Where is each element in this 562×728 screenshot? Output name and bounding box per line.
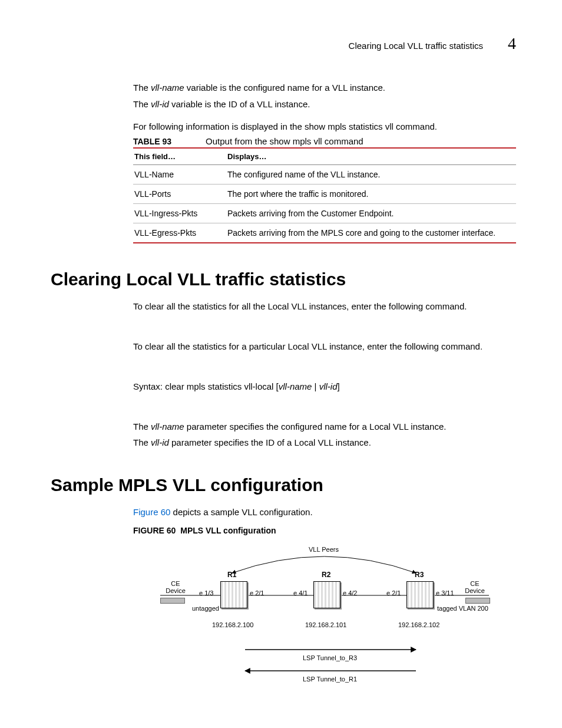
variable-vll-name: vll-name [151, 83, 184, 93]
label-e13: e 1/3 [199, 589, 213, 597]
cell-field: VLL-Ingress-Pkts [133, 204, 226, 223]
label-ip2: 192.168.2.101 [305, 621, 346, 628]
table-row: VLL-Name The configured name of the VLL … [133, 165, 516, 185]
variable-vll-id: vll-id [151, 99, 169, 109]
variable-vll-id: vll-id [319, 381, 338, 391]
text: ] [338, 381, 340, 391]
text: Syntax: clear mpls statistics vll-local … [133, 381, 279, 391]
cell-field: VLL-Name [133, 165, 226, 185]
label-ce-left: CE Device [164, 580, 187, 594]
intro-line-1: The vll-name variable is the configured … [133, 81, 516, 94]
clear-p2: To clear all the statistics for a partic… [133, 340, 516, 353]
router-r2-icon [313, 581, 340, 608]
label-lsp1: LSP Tunnel_to_R3 [303, 654, 357, 661]
cell-disp: The port where the traffic is monitored. [226, 185, 516, 204]
table-row: VLL-Egress-Pkts Packets arriving from th… [133, 223, 516, 243]
text: The [133, 83, 151, 93]
cell-field: VLL-Ports [133, 185, 226, 204]
figure-reference-link[interactable]: Figure 60 [133, 507, 170, 517]
clear-syntax: Syntax: clear mpls statistics vll-local … [133, 380, 516, 393]
text: variable is the ID of a VLL instance. [169, 99, 310, 109]
text: The [133, 437, 151, 447]
cell-disp: The configured name of the VLL instance. [226, 165, 516, 185]
variable-vll-name: vll-name [151, 421, 184, 431]
running-title: Clearing Local VLL traffic statistics [349, 41, 483, 51]
label-ce-right: CE Device [463, 580, 487, 594]
table-label: TABLE 93 [133, 137, 171, 146]
ce-device-left-icon [160, 598, 185, 604]
label-e21r: e 2/1 [386, 589, 401, 597]
table-caption: Output from the show mpls vll command [206, 136, 363, 146]
diagram-lines [157, 545, 492, 696]
figure-title: MPLS VLL configuration [180, 526, 276, 535]
label-e41: e 4/1 [293, 589, 308, 597]
label-tagged: tagged VLAN 200 [437, 605, 488, 612]
chapter-number: 4 [508, 34, 516, 53]
label-e42: e 4/2 [343, 589, 357, 597]
table-93: This field… Displays… VLL-Name The confi… [133, 147, 516, 243]
figure-caption: FIGURE 60 MPLS VLL configuration [133, 525, 516, 536]
clear-p4: The vll-id parameter specifies the ID of… [133, 436, 516, 449]
label-e21l: e 2/1 [250, 589, 264, 597]
intro-line-3: For following information is displayed i… [133, 120, 516, 133]
intro-line-2: The vll-id variable is the ID of a VLL i… [133, 98, 516, 111]
table-row: VLL-Ingress-Pkts Packets arriving from t… [133, 204, 516, 223]
label-vll-peers: VLL Peers [309, 546, 339, 553]
text: depicts a sample VLL configuration. [170, 507, 312, 517]
figure-label: FIGURE 60 [133, 526, 176, 535]
text: parameter specifies the ID of a Local VL… [169, 437, 371, 447]
label-untagged: untagged [192, 605, 219, 612]
variable-vll-id: vll-id [151, 437, 169, 447]
label-e311: e 3/11 [436, 589, 454, 597]
label-r2: R2 [322, 571, 330, 579]
router-r3-icon [406, 581, 434, 608]
cell-disp: Packets arriving from the MPLS core and … [226, 223, 516, 243]
label-ip1: 192.168.2.100 [212, 621, 253, 628]
cell-field: VLL-Egress-Pkts [133, 223, 226, 243]
cell-disp: Packets arriving from the Customer Endpo… [226, 204, 516, 223]
variable-vll-name: vll-name [279, 381, 312, 391]
text: The [133, 99, 151, 109]
running-header: Clearing Local VLL traffic statistics 4 [51, 34, 516, 53]
text: variable is the configured name for a VL… [184, 83, 385, 93]
section-heading-sample: Sample MPLS VLL configuration [51, 475, 516, 495]
text: parameter specifies the configured name … [184, 421, 447, 431]
label-r1: R1 [227, 571, 236, 579]
label-r3: R3 [415, 571, 424, 579]
router-r1-icon [220, 581, 247, 608]
figure-60-diagram: VLL Peers CE Device R1 e 1/3 e 2/1 untag… [157, 545, 492, 696]
label-ip3: 192.168.2.102 [398, 621, 439, 628]
table-row: VLL-Ports The port where the traffic is … [133, 185, 516, 204]
table-head-displays: Displays… [226, 148, 516, 165]
clear-p1: To clear all the statistics for all the … [133, 300, 516, 313]
ce-device-right-icon [465, 598, 490, 604]
sample-p1: Figure 60 depicts a sample VLL configura… [133, 506, 516, 519]
label-lsp2: LSP Tunnel_to_R1 [303, 676, 357, 683]
section-heading-clearing: Clearing Local VLL traffic statistics [51, 269, 516, 289]
text: | [312, 381, 319, 391]
text: The [133, 421, 151, 431]
table-head-field: This field… [133, 148, 226, 165]
clear-p3: The vll-name parameter specifies the con… [133, 420, 516, 433]
